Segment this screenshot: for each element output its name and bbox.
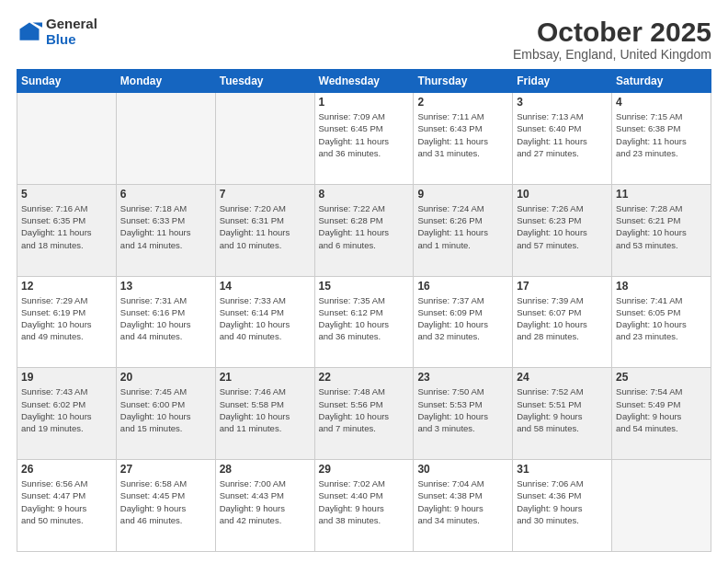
table-row [215,93,314,185]
day-number: 17 [517,280,608,293]
day-number: 30 [417,463,508,476]
table-row: 22Sunrise: 7:48 AM Sunset: 5:56 PM Dayli… [314,368,414,460]
day-number: 28 [220,463,311,476]
day-number: 23 [417,371,508,384]
logo-general-text: General [46,17,97,32]
logo-text: General Blue [46,17,97,47]
table-row [17,93,117,185]
day-number: 12 [21,280,112,293]
day-info: Sunrise: 7:50 AM Sunset: 5:53 PM Dayligh… [417,385,508,434]
day-number: 25 [616,371,707,384]
day-number: 29 [319,463,410,476]
day-number: 19 [21,371,112,384]
day-info: Sunrise: 7:06 AM Sunset: 4:36 PM Dayligh… [517,477,608,526]
table-row: 11Sunrise: 7:28 AM Sunset: 6:21 PM Dayli… [612,184,711,276]
day-number: 11 [616,188,707,201]
day-info: Sunrise: 7:39 AM Sunset: 6:07 PM Dayligh… [517,294,608,343]
logo-blue-text: Blue [46,32,97,48]
day-info: Sunrise: 7:09 AM Sunset: 6:45 PM Dayligh… [319,110,410,159]
table-row: 18Sunrise: 7:41 AM Sunset: 6:05 PM Dayli… [612,276,711,368]
table-row: 29Sunrise: 7:02 AM Sunset: 4:40 PM Dayli… [314,460,414,552]
day-number: 21 [220,371,311,384]
day-number: 8 [319,188,410,201]
table-row [116,93,215,185]
table-row: 8Sunrise: 7:22 AM Sunset: 6:28 PM Daylig… [314,184,414,276]
col-saturday: Saturday [612,70,711,93]
table-row: 26Sunrise: 6:56 AM Sunset: 4:47 PM Dayli… [17,460,117,552]
day-number: 15 [319,280,410,293]
day-info: Sunrise: 7:00 AM Sunset: 4:43 PM Dayligh… [220,477,311,526]
day-info: Sunrise: 7:02 AM Sunset: 4:40 PM Dayligh… [319,477,410,526]
table-row: 19Sunrise: 7:43 AM Sunset: 6:02 PM Dayli… [17,368,117,460]
day-info: Sunrise: 7:54 AM Sunset: 5:49 PM Dayligh… [616,385,707,434]
table-row: 15Sunrise: 7:35 AM Sunset: 6:12 PM Dayli… [314,276,414,368]
day-number: 10 [517,188,608,201]
week-row-3: 12Sunrise: 7:29 AM Sunset: 6:19 PM Dayli… [17,276,711,368]
table-row: 16Sunrise: 7:37 AM Sunset: 6:09 PM Dayli… [414,276,513,368]
col-thursday: Thursday [414,70,513,93]
col-sunday: Sunday [17,70,117,93]
table-row: 4Sunrise: 7:15 AM Sunset: 6:38 PM Daylig… [612,93,711,185]
header: General Blue October 2025 Embsay, Englan… [17,17,711,62]
header-row: Sunday Monday Tuesday Wednesday Thursday… [17,70,711,93]
day-info: Sunrise: 7:33 AM Sunset: 6:14 PM Dayligh… [220,294,311,343]
day-info: Sunrise: 7:13 AM Sunset: 6:40 PM Dayligh… [517,110,608,159]
day-number: 13 [120,280,211,293]
day-number: 6 [120,188,211,201]
month-title: October 2025 [513,17,711,47]
day-info: Sunrise: 6:56 AM Sunset: 4:47 PM Dayligh… [21,477,112,526]
col-monday: Monday [116,70,215,93]
day-number: 26 [21,463,112,476]
day-number: 7 [220,188,311,201]
day-info: Sunrise: 7:41 AM Sunset: 6:05 PM Dayligh… [616,294,707,343]
day-number: 14 [220,280,311,293]
day-number: 18 [616,280,707,293]
table-row: 3Sunrise: 7:13 AM Sunset: 6:40 PM Daylig… [513,93,612,185]
day-info: Sunrise: 7:18 AM Sunset: 6:33 PM Dayligh… [120,202,211,251]
day-info: Sunrise: 7:28 AM Sunset: 6:21 PM Dayligh… [616,202,707,251]
day-info: Sunrise: 7:31 AM Sunset: 6:16 PM Dayligh… [120,294,211,343]
table-row: 20Sunrise: 7:45 AM Sunset: 6:00 PM Dayli… [116,368,215,460]
day-info: Sunrise: 7:48 AM Sunset: 5:56 PM Dayligh… [319,385,410,434]
day-info: Sunrise: 7:35 AM Sunset: 6:12 PM Dayligh… [319,294,410,343]
day-number: 24 [517,371,608,384]
table-row: 28Sunrise: 7:00 AM Sunset: 4:43 PM Dayli… [215,460,314,552]
day-info: Sunrise: 7:04 AM Sunset: 4:38 PM Dayligh… [417,477,508,526]
week-row-2: 5Sunrise: 7:16 AM Sunset: 6:35 PM Daylig… [17,184,711,276]
table-row: 25Sunrise: 7:54 AM Sunset: 5:49 PM Dayli… [612,368,711,460]
table-row: 17Sunrise: 7:39 AM Sunset: 6:07 PM Dayli… [513,276,612,368]
day-info: Sunrise: 7:46 AM Sunset: 5:58 PM Dayligh… [220,385,311,434]
day-info: Sunrise: 7:16 AM Sunset: 6:35 PM Dayligh… [21,202,112,251]
table-row [612,460,711,552]
day-number: 16 [417,280,508,293]
table-row: 14Sunrise: 7:33 AM Sunset: 6:14 PM Dayli… [215,276,314,368]
day-info: Sunrise: 7:37 AM Sunset: 6:09 PM Dayligh… [417,294,508,343]
calendar-table: Sunday Monday Tuesday Wednesday Thursday… [17,69,711,552]
day-number: 20 [120,371,211,384]
table-row: 2Sunrise: 7:11 AM Sunset: 6:43 PM Daylig… [414,93,513,185]
day-info: Sunrise: 7:20 AM Sunset: 6:31 PM Dayligh… [220,202,311,251]
table-row: 27Sunrise: 6:58 AM Sunset: 4:45 PM Dayli… [116,460,215,552]
table-row: 9Sunrise: 7:24 AM Sunset: 6:26 PM Daylig… [414,184,513,276]
day-info: Sunrise: 7:43 AM Sunset: 6:02 PM Dayligh… [21,385,112,434]
week-row-4: 19Sunrise: 7:43 AM Sunset: 6:02 PM Dayli… [17,368,711,460]
table-row: 10Sunrise: 7:26 AM Sunset: 6:23 PM Dayli… [513,184,612,276]
svg-marker-0 [20,22,40,40]
col-tuesday: Tuesday [215,70,314,93]
page: General Blue October 2025 Embsay, Englan… [0,0,728,563]
week-row-5: 26Sunrise: 6:56 AM Sunset: 4:47 PM Dayli… [17,460,711,552]
day-number: 27 [120,463,211,476]
table-row: 23Sunrise: 7:50 AM Sunset: 5:53 PM Dayli… [414,368,513,460]
col-friday: Friday [513,70,612,93]
title-block: October 2025 Embsay, England, United Kin… [513,17,711,62]
logo-icon [17,19,42,45]
day-info: Sunrise: 7:15 AM Sunset: 6:38 PM Dayligh… [616,110,707,159]
table-row: 24Sunrise: 7:52 AM Sunset: 5:51 PM Dayli… [513,368,612,460]
table-row: 7Sunrise: 7:20 AM Sunset: 6:31 PM Daylig… [215,184,314,276]
day-info: Sunrise: 7:11 AM Sunset: 6:43 PM Dayligh… [417,110,508,159]
day-number: 1 [319,96,410,109]
table-row: 30Sunrise: 7:04 AM Sunset: 4:38 PM Dayli… [414,460,513,552]
day-number: 22 [319,371,410,384]
col-wednesday: Wednesday [314,70,414,93]
day-number: 31 [517,463,608,476]
